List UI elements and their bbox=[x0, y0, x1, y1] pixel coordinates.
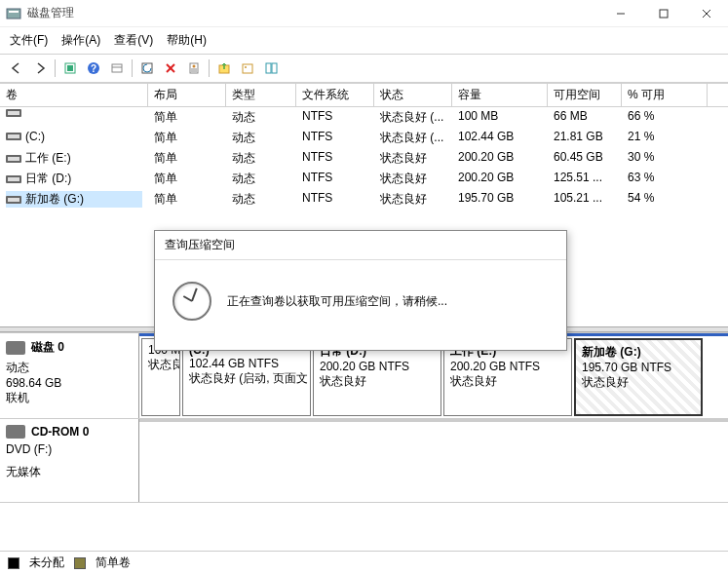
svg-rect-3 bbox=[660, 10, 668, 18]
refresh-icon[interactable] bbox=[136, 57, 158, 79]
volume-fs: NTFS bbox=[296, 129, 374, 147]
toolbar-btn-3[interactable] bbox=[106, 57, 128, 79]
volume-icon bbox=[6, 109, 21, 117]
volume-list-header: 卷 布局 类型 文件系统 状态 容量 可用空间 % 可用 bbox=[0, 84, 728, 107]
column-fs[interactable]: 文件系统 bbox=[296, 84, 374, 106]
partition[interactable]: 新加卷 (G:)195.70 GB NTFS状态良好 bbox=[574, 338, 703, 416]
cdrom-header[interactable]: CD-ROM 0 DVD (F:) 无媒体 bbox=[0, 419, 139, 502]
help-icon[interactable]: ? bbox=[83, 57, 104, 79]
titlebar: 磁盘管理 bbox=[0, 0, 728, 27]
volume-capacity: 102.44 GB bbox=[452, 129, 548, 147]
menu-file[interactable]: 文件(F) bbox=[4, 29, 54, 52]
svg-rect-7 bbox=[67, 65, 73, 71]
toolbar-separator bbox=[209, 59, 210, 77]
column-type[interactable]: 类型 bbox=[226, 84, 296, 106]
column-status[interactable]: 状态 bbox=[374, 84, 452, 106]
column-layout[interactable]: 布局 bbox=[148, 84, 226, 106]
forward-button[interactable] bbox=[29, 57, 51, 79]
partition-status: 状态良好 bbox=[320, 373, 435, 390]
partition-size: 200.20 GB NTFS bbox=[450, 360, 565, 373]
partition-title: 新加卷 (G:) bbox=[582, 344, 695, 361]
toolbar-separator bbox=[55, 59, 56, 77]
volume-layout: 简单 bbox=[148, 190, 226, 209]
cdrom-name: CD-ROM 0 bbox=[31, 425, 89, 439]
volume-status: 状态良好 (... bbox=[374, 108, 452, 127]
column-volume[interactable]: 卷 bbox=[0, 84, 148, 106]
toolbar-btn-6[interactable] bbox=[213, 57, 235, 79]
svg-rect-20 bbox=[243, 64, 252, 73]
disk-0-name: 磁盘 0 bbox=[31, 339, 64, 356]
volume-fs: NTFS bbox=[296, 190, 374, 209]
legend-swatch-simple bbox=[74, 557, 86, 569]
volume-row[interactable]: 简单动态NTFS状态良好 (...100 MB66 MB66 % bbox=[0, 107, 728, 128]
close-button[interactable] bbox=[685, 0, 728, 26]
volume-icon bbox=[6, 155, 21, 163]
svg-rect-22 bbox=[266, 63, 271, 73]
toolbar: ? bbox=[0, 55, 728, 83]
volume-pct: 30 % bbox=[622, 149, 708, 168]
column-capacity[interactable]: 容量 bbox=[452, 84, 548, 106]
clock-icon bbox=[172, 282, 211, 321]
volume-fs: NTFS bbox=[296, 149, 374, 168]
volume-fs: NTFS bbox=[296, 108, 374, 127]
volume-type: 动态 bbox=[226, 190, 296, 209]
volume-layout: 简单 bbox=[148, 170, 226, 188]
volume-status: 状态良好 bbox=[374, 190, 452, 209]
volume-icon bbox=[6, 133, 21, 140]
minimize-button[interactable] bbox=[599, 0, 642, 26]
svg-text:?: ? bbox=[91, 63, 96, 74]
volume-name: 工作 (E:) bbox=[25, 150, 71, 167]
menubar: 文件(F) 操作(A) 查看(V) 帮助(H) bbox=[0, 27, 728, 55]
toolbar-separator bbox=[132, 59, 133, 77]
volume-row[interactable]: 工作 (E:)简单动态NTFS状态良好200.20 GB60.45 GB30 % bbox=[0, 148, 728, 169]
legend: 未分配 简单卷 bbox=[0, 551, 728, 574]
volume-pct: 21 % bbox=[622, 129, 708, 147]
cdrom-map bbox=[139, 419, 728, 502]
disk-icon bbox=[6, 341, 25, 355]
cdrom-row: CD-ROM 0 DVD (F:) 无媒体 bbox=[0, 419, 728, 503]
volume-free: 21.81 GB bbox=[548, 129, 622, 147]
cdrom-icon bbox=[6, 425, 25, 439]
volume-capacity: 195.70 GB bbox=[452, 190, 548, 209]
toolbar-btn-8[interactable] bbox=[260, 57, 282, 79]
partition-status: 状态良好 bbox=[450, 373, 565, 390]
column-free[interactable]: 可用空间 bbox=[548, 84, 622, 106]
volume-row[interactable]: (C:)简单动态NTFS状态良好 (...102.44 GB21.81 GB21… bbox=[0, 128, 728, 148]
volume-type: 动态 bbox=[226, 108, 296, 127]
disk-0-header[interactable]: 磁盘 0 动态 698.64 GB 联机 bbox=[0, 333, 139, 418]
delete-icon[interactable] bbox=[160, 57, 181, 79]
back-button[interactable] bbox=[6, 57, 27, 79]
volume-type: 动态 bbox=[226, 170, 296, 188]
volume-layout: 简单 bbox=[148, 129, 226, 147]
volume-free: 60.45 GB bbox=[548, 149, 622, 168]
partition-size: 195.70 GB NTFS bbox=[582, 361, 695, 374]
partition-status: 状态良好 (启动, 页面文 bbox=[189, 370, 304, 387]
volume-status: 状态良好 (... bbox=[374, 129, 452, 147]
maximize-button[interactable] bbox=[642, 0, 685, 26]
legend-swatch-unallocated bbox=[8, 557, 19, 569]
volume-name: 日常 (D:) bbox=[25, 171, 71, 187]
volume-row[interactable]: 新加卷 (G:)简单动态NTFS状态良好195.70 GB105.21 ...5… bbox=[0, 189, 728, 210]
svg-rect-23 bbox=[272, 63, 277, 73]
properties-icon[interactable] bbox=[183, 57, 205, 79]
volume-free: 125.51 ... bbox=[548, 170, 622, 188]
disk-0-type: 动态 bbox=[6, 360, 133, 376]
svg-rect-0 bbox=[7, 9, 20, 19]
column-pct[interactable]: % 可用 bbox=[622, 84, 708, 106]
partition-status: 状态良 bbox=[148, 357, 173, 373]
volume-icon bbox=[6, 175, 21, 183]
volume-layout: 简单 bbox=[148, 149, 226, 168]
app-icon bbox=[6, 6, 21, 21]
volume-type: 动态 bbox=[226, 129, 296, 147]
toolbar-btn-1[interactable] bbox=[59, 57, 81, 79]
volume-pct: 63 % bbox=[622, 170, 708, 188]
menu-help[interactable]: 帮助(H) bbox=[161, 29, 212, 52]
svg-rect-10 bbox=[112, 64, 122, 72]
menu-view[interactable]: 查看(V) bbox=[108, 29, 159, 52]
volume-free: 66 MB bbox=[548, 108, 622, 127]
volume-layout: 简单 bbox=[148, 108, 226, 127]
toolbar-btn-7[interactable] bbox=[237, 57, 258, 79]
volume-row[interactable]: 日常 (D:)简单动态NTFS状态良好200.20 GB125.51 ...63… bbox=[0, 169, 728, 189]
menu-action[interactable]: 操作(A) bbox=[56, 29, 106, 52]
svg-rect-1 bbox=[9, 11, 19, 13]
